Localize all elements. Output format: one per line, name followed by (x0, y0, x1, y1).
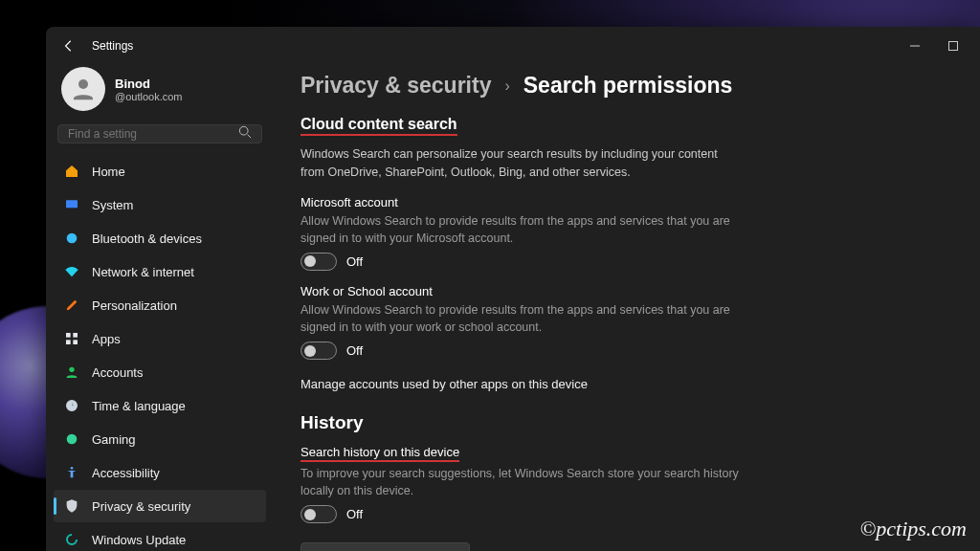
sidebar-item-accessibility[interactable]: Accessibility (54, 456, 266, 489)
sidebar-item-privacy[interactable]: Privacy & security (54, 490, 266, 522)
home-icon (63, 163, 80, 180)
search-history-desc: To improve your search suggestions, let … (301, 465, 750, 499)
accessibility-icon (63, 464, 80, 481)
gaming-icon (63, 430, 80, 448)
bluetooth-icon (63, 230, 80, 247)
ms-account-title: Microsoft account (301, 195, 942, 209)
sidebar-item-label: Gaming (92, 432, 136, 447)
svg-rect-3 (66, 200, 78, 208)
sidebar-item-label: Apps (92, 332, 121, 346)
cloud-content-heading: Cloud content search (301, 116, 457, 136)
profile-name: Binod (115, 77, 182, 91)
ms-account-desc: Allow Windows Search to provide results … (301, 212, 750, 247)
settings-window: Settings Binod @outlook.com (46, 27, 980, 551)
ms-account-state: Off (346, 254, 363, 269)
breadcrumb-parent[interactable]: Privacy & security (301, 73, 491, 99)
svg-point-1 (78, 79, 88, 89)
search-history-title: Search history on this device (301, 445, 459, 462)
cloud-content-desc: Windows Search can personalize your sear… (301, 145, 741, 182)
sidebar-item-bluetooth[interactable]: Bluetooth & devices (54, 222, 266, 254)
svg-point-12 (71, 467, 74, 470)
breadcrumb-current: Search permissions (523, 73, 733, 99)
watermark: ©pctips.com (860, 517, 967, 541)
sidebar-item-label: Bluetooth & devices (92, 231, 202, 246)
svg-point-9 (69, 367, 74, 372)
svg-point-2 (239, 126, 248, 135)
work-account-state: Off (346, 343, 363, 358)
sidebar-item-label: Time & language (92, 399, 186, 413)
wifi-icon (63, 263, 80, 280)
sidebar-item-label: Accounts (92, 365, 143, 380)
sidebar-item-label: Accessibility (92, 466, 160, 480)
profile-email: @outlook.com (115, 91, 182, 102)
back-button[interactable] (54, 39, 84, 53)
search-history-toggle[interactable] (301, 505, 337, 523)
svg-rect-7 (66, 340, 71, 344)
minimize-button[interactable] (896, 31, 934, 61)
work-account-toggle[interactable] (301, 342, 337, 360)
system-icon (63, 196, 80, 213)
account-icon (63, 364, 80, 381)
sidebar-item-label: System (92, 198, 133, 212)
sidebar-item-label: Home (92, 165, 125, 179)
svg-rect-8 (73, 340, 78, 344)
svg-point-4 (67, 233, 78, 244)
content-area: Privacy & security › Search permissions … (274, 65, 980, 551)
clear-history-button[interactable]: Clear device search history (301, 542, 470, 551)
sidebar-item-label: Personalization (92, 298, 177, 313)
sidebar: Binod @outlook.com Home System (46, 65, 274, 551)
sidebar-item-gaming[interactable]: Gaming (54, 423, 266, 455)
breadcrumb-sep: › (504, 77, 509, 95)
search-input[interactable] (68, 127, 238, 141)
sidebar-item-label: Privacy & security (92, 499, 190, 514)
apps-icon (63, 330, 80, 347)
update-icon (63, 531, 80, 548)
svg-rect-5 (66, 333, 71, 338)
work-account-desc: Allow Windows Search to provide results … (301, 301, 750, 336)
breadcrumb: Privacy & security › Search permissions (301, 73, 942, 99)
work-account-title: Work or School account (301, 284, 942, 298)
sidebar-item-label: Network & internet (92, 265, 194, 279)
history-heading: History (301, 412, 942, 433)
sidebar-item-time[interactable]: Time & language (54, 389, 266, 422)
search-icon (238, 125, 252, 143)
sidebar-item-system[interactable]: System (54, 188, 266, 221)
maximize-button[interactable] (934, 31, 972, 61)
manage-accounts-link[interactable]: Manage accounts used by other apps on th… (301, 377, 588, 391)
sidebar-item-label: Windows Update (92, 533, 186, 547)
sidebar-item-apps[interactable]: Apps (54, 322, 266, 355)
profile-block[interactable]: Binod @outlook.com (54, 65, 266, 119)
brush-icon (63, 297, 80, 314)
sidebar-item-personalization[interactable]: Personalization (54, 289, 266, 321)
search-history-state: Off (346, 507, 363, 521)
sidebar-item-update[interactable]: Windows Update (54, 523, 266, 551)
sidebar-item-accounts[interactable]: Accounts (54, 356, 266, 388)
titlebar: Settings (46, 27, 980, 65)
nav: Home System Bluetooth & devices Network … (54, 155, 266, 551)
avatar (61, 67, 105, 111)
window-title: Settings (92, 39, 133, 53)
svg-rect-6 (73, 333, 78, 338)
svg-point-11 (67, 434, 78, 445)
ms-account-toggle[interactable] (301, 253, 337, 271)
sidebar-item-network[interactable]: Network & internet (54, 255, 266, 288)
clock-icon (63, 397, 80, 414)
shield-icon (63, 497, 80, 515)
search-box[interactable] (57, 124, 262, 143)
svg-rect-0 (949, 42, 958, 51)
sidebar-item-home[interactable]: Home (54, 155, 266, 187)
